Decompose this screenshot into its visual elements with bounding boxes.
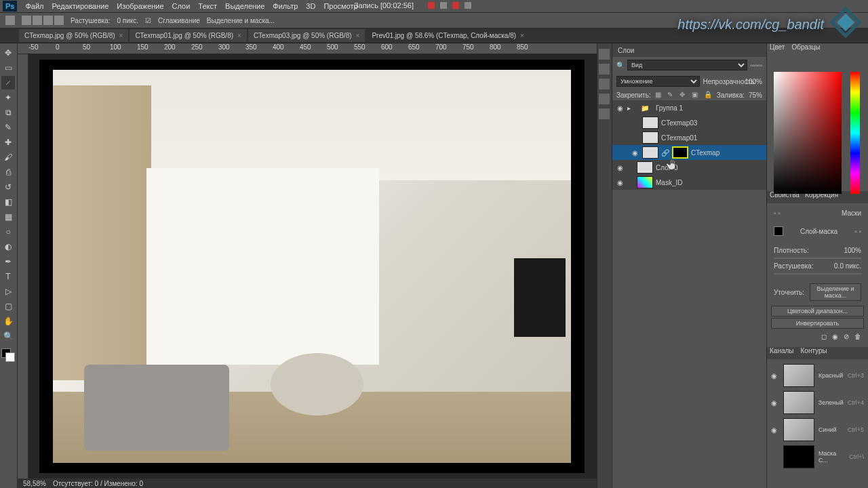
invert-btn[interactable]: Инвертировать xyxy=(771,318,864,329)
apply-mask-icon[interactable]: ◉ xyxy=(832,333,838,340)
lock-all-icon[interactable]: 🔒 xyxy=(704,91,712,99)
hue-slider[interactable] xyxy=(850,72,860,194)
brush-tool[interactable]: 🖌 xyxy=(1,150,15,164)
gradient-tool[interactable]: ▦ xyxy=(1,210,15,224)
sel-int-icon[interactable] xyxy=(54,16,64,25)
shape-tool[interactable]: ▢ xyxy=(1,300,15,313)
layer-thumbnail[interactable] xyxy=(637,161,653,174)
layer-group[interactable]: ◉ ▸ 📁 Группа 1 xyxy=(612,100,766,115)
heal-tool[interactable]: ✚ xyxy=(1,136,15,149)
tab-color[interactable]: Цвет xyxy=(770,43,785,56)
adjust-panel-icon[interactable] xyxy=(599,108,610,119)
refine-label: Уточнить: xyxy=(774,289,804,296)
delete-mask-icon[interactable]: 🗑 xyxy=(854,333,861,340)
char-panel-icon[interactable] xyxy=(599,79,610,89)
layers-tab[interactable]: Слои xyxy=(612,43,766,57)
history-brush-tool[interactable]: ↺ xyxy=(1,180,15,194)
sel-new-icon[interactable] xyxy=(22,16,31,25)
channel-item[interactable]: ◉СинийCtrl+5 xyxy=(770,416,865,443)
dodge-tool[interactable]: ◐ xyxy=(1,240,15,253)
color-field[interactable] xyxy=(774,72,842,194)
menu-file[interactable]: Файл xyxy=(25,2,43,10)
lock-art-icon[interactable]: ▣ xyxy=(692,91,700,99)
hand-tool[interactable]: ✋ xyxy=(1,314,15,328)
visibility-icon[interactable]: ◉ xyxy=(615,179,625,186)
tab-swatches[interactable]: Образцы xyxy=(791,43,820,56)
tab-0[interactable]: CTexmap.jpg @ 50% (RGB/8)× xyxy=(19,29,128,42)
tab-channels[interactable]: Каналы xyxy=(770,347,794,359)
tab-1[interactable]: CTexmap01.jpg @ 50% (RGB/8)× xyxy=(130,29,247,42)
sel-sub-icon[interactable] xyxy=(43,16,53,25)
select-mask-button[interactable]: Выделение и маска... xyxy=(207,17,275,24)
opacity-value[interactable]: 100% xyxy=(745,78,762,85)
channel-item[interactable]: ◉КрасныйCtrl+3 xyxy=(770,362,865,389)
menu-layers[interactable]: Слои xyxy=(172,2,191,10)
wand-tool[interactable]: ✦ xyxy=(1,91,15,104)
select-mask-btn[interactable]: Выделение и маска... xyxy=(810,283,861,301)
para-panel-icon[interactable] xyxy=(599,94,610,104)
antialias-label[interactable]: Сглаживание xyxy=(158,17,200,24)
menu-edit[interactable]: Редактирование xyxy=(52,2,109,10)
feather-value[interactable]: 0 пикс. xyxy=(117,17,138,24)
menu-text[interactable]: Текст xyxy=(198,2,217,10)
layer-item[interactable]: ◉ Слой 0 xyxy=(612,160,766,175)
sel-add-icon[interactable] xyxy=(33,16,42,25)
color-picker[interactable] xyxy=(767,56,868,191)
tab-paths[interactable]: Контуры xyxy=(801,347,827,359)
menu-view[interactable]: Просмотр xyxy=(323,2,357,10)
blur-tool[interactable]: ○ xyxy=(1,225,15,239)
bg-color-swatch[interactable] xyxy=(5,352,15,362)
marquee-tool[interactable]: ▭ xyxy=(1,61,15,75)
crop-tool[interactable]: ⧉ xyxy=(1,106,15,119)
tab-2[interactable]: CTexmap03.jpg @ 50% (RGB/8)× xyxy=(248,29,366,42)
feather-prop-value[interactable]: 0.0 пикс. xyxy=(834,262,861,270)
menu-3d[interactable]: 3D xyxy=(306,2,315,10)
move-tool[interactable]: ✥ xyxy=(1,46,15,60)
tab-3[interactable]: Prev01.jpg @ 58.6% (CTexmap, Слой-маска/… xyxy=(366,29,530,42)
menu-image[interactable]: Изображение xyxy=(117,2,163,10)
mask-thumbnail[interactable] xyxy=(672,146,688,159)
zoom-tool[interactable]: 🔍 xyxy=(1,329,15,343)
visibility-icon[interactable]: ◉ xyxy=(630,149,639,157)
visibility-icon[interactable]: ◉ xyxy=(615,164,625,171)
stamp-tool[interactable]: ⎙ xyxy=(1,165,15,179)
load-sel-icon[interactable]: ◻ xyxy=(821,333,827,340)
layer-item[interactable]: CTexmap03 xyxy=(612,115,766,130)
channel-item[interactable]: ◉ЗеленыйCtrl+4 xyxy=(770,389,865,416)
close-rec-icon[interactable] xyxy=(465,2,471,9)
layer-thumbnail[interactable] xyxy=(642,146,658,159)
stop-icon[interactable] xyxy=(452,2,459,9)
zoom-level[interactable]: 58,58% xyxy=(23,480,46,487)
blend-mode-select[interactable]: Умножение xyxy=(616,76,700,87)
menu-select[interactable]: Выделение xyxy=(225,2,264,10)
fill-value[interactable]: 75% xyxy=(749,92,762,99)
color-range-btn[interactable]: Цветовой диапазон... xyxy=(771,306,864,317)
layer-item[interactable]: CTexmap01 xyxy=(612,130,766,145)
history-panel-icon[interactable] xyxy=(599,64,610,75)
layer-thumbnail[interactable] xyxy=(642,131,658,144)
pen-tool[interactable]: ✒ xyxy=(1,255,15,268)
info-panel-icon[interactable] xyxy=(599,49,610,60)
lock-brush-icon[interactable]: ✎ xyxy=(667,91,675,99)
lasso-tool[interactable]: ⟋ xyxy=(1,76,15,89)
density-value[interactable]: 100% xyxy=(844,247,861,254)
tool-preset-icon[interactable] xyxy=(5,16,15,25)
menu-filter[interactable]: Фильтр xyxy=(273,2,298,10)
visibility-icon[interactable]: ◉ xyxy=(615,104,625,112)
path-tool[interactable]: ▷ xyxy=(1,285,15,298)
lock-pixels-icon[interactable]: ▦ xyxy=(655,91,663,99)
disable-mask-icon[interactable]: ⊘ xyxy=(844,333,849,340)
canvas[interactable] xyxy=(39,60,585,473)
layer-filter-select[interactable]: Вид xyxy=(627,60,747,70)
record-icon[interactable] xyxy=(428,2,435,9)
layer-item-selected[interactable]: ◉ 🔗 CTexmap xyxy=(612,145,766,160)
text-tool[interactable]: T xyxy=(1,270,15,283)
lock-move-icon[interactable]: ✥ xyxy=(679,91,688,99)
eraser-tool[interactable]: ◧ xyxy=(1,195,15,209)
eyedropper-tool[interactable]: ✎ xyxy=(1,121,15,134)
layer-thumbnail[interactable] xyxy=(642,117,658,129)
channel-item[interactable]: Маска C...Ctrl+\ xyxy=(770,443,865,470)
layer-item[interactable]: ◉ Mask_ID xyxy=(612,175,766,190)
layer-thumbnail[interactable] xyxy=(637,176,653,188)
pause-icon[interactable] xyxy=(440,2,447,9)
